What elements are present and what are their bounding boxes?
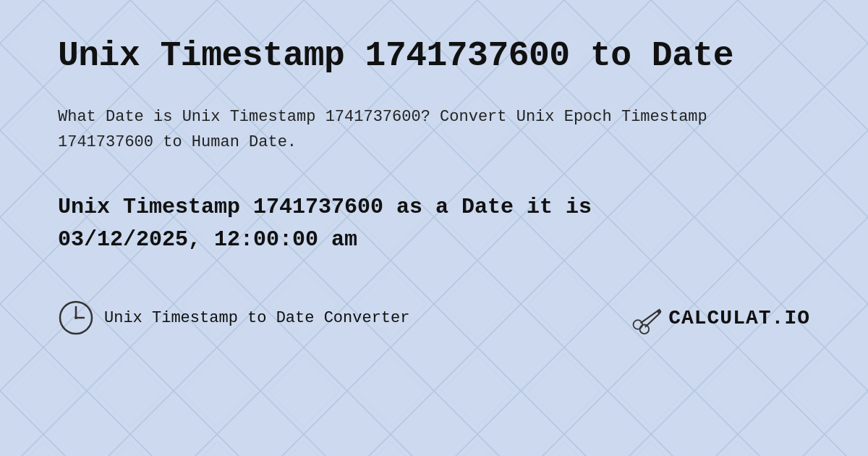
svg-point-10 xyxy=(634,320,643,329)
footer-left: Unix Timestamp to Date Converter xyxy=(58,300,409,336)
logo-text: CALCULAT.IO xyxy=(668,307,810,329)
result-line1: Unix Timestamp 1741737600 as a Date it i… xyxy=(58,195,592,219)
logo: CALCULAT.IO xyxy=(630,302,810,334)
result-line2: 03/12/2025, 12:00:00 am xyxy=(58,227,357,252)
result-block: Unix Timestamp 1741737600 as a Date it i… xyxy=(58,191,781,256)
svg-point-14 xyxy=(658,310,661,313)
svg-point-11 xyxy=(640,324,650,334)
page-description: What Date is Unix Timestamp 1741737600? … xyxy=(58,104,781,155)
svg-point-9 xyxy=(75,316,77,319)
footer-label: Unix Timestamp to Date Converter xyxy=(104,309,409,327)
clock-icon xyxy=(58,300,94,336)
logo-icon xyxy=(630,302,663,334)
page-title: Unix Timestamp 1741737600 to Date xyxy=(58,36,810,75)
footer: Unix Timestamp to Date Converter CALCULA… xyxy=(58,300,810,336)
